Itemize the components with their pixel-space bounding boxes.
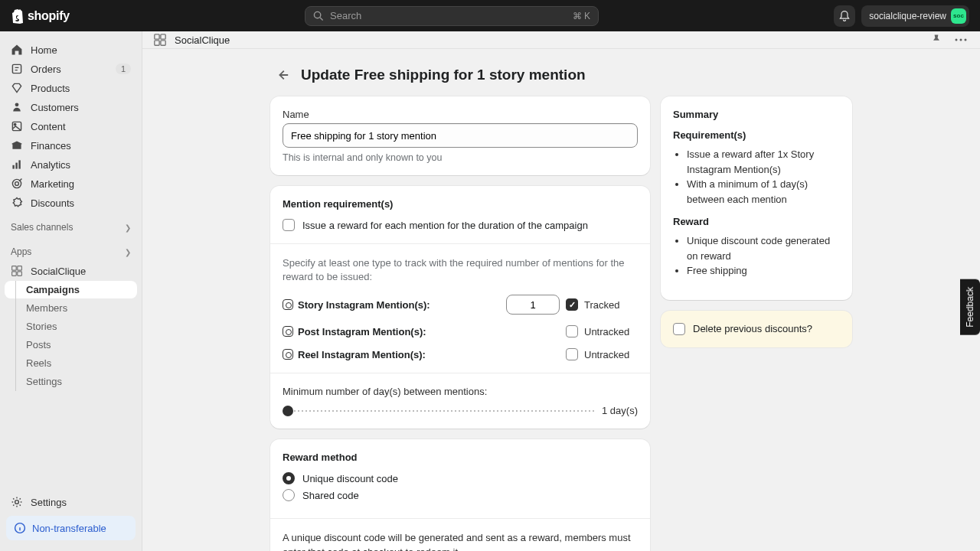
store-switcher[interactable]: socialclique-review soc (861, 5, 969, 27)
store-avatar: soc (951, 8, 966, 24)
chevron-right-icon: ❯ (125, 248, 131, 256)
radio-shared-label: Shared code (302, 490, 359, 501)
story-tracked-checkbox[interactable] (566, 298, 578, 311)
summary-req-item: Issue a reward after 1x Story Instagram … (687, 147, 840, 177)
delete-previous-label: Delete previous discounts? (693, 323, 812, 334)
nav-analytics[interactable]: Analytics (5, 155, 137, 174)
mention-req-title: Mention requirement(s) (283, 198, 638, 210)
analytics-icon (11, 158, 23, 171)
svg-rect-17 (161, 34, 165, 39)
back-button[interactable] (273, 66, 292, 84)
app-icon (153, 33, 167, 47)
page-title: Update Free shipping for 1 story mention (301, 67, 586, 83)
pin-button[interactable] (928, 31, 945, 48)
svg-point-22 (965, 39, 967, 41)
nav-orders[interactable]: Orders1 (5, 60, 137, 78)
customers-icon (11, 101, 23, 113)
nav-finances[interactable]: Finances (5, 136, 137, 155)
summary-req-title: Requirement(s) (673, 129, 840, 141)
svg-rect-5 (12, 165, 14, 169)
radio-unique-label: Unique discount code (302, 473, 398, 484)
name-input[interactable] (283, 123, 638, 148)
orders-badge: 1 (116, 64, 131, 74)
svg-rect-13 (18, 272, 22, 276)
nav-section-channels[interactable]: Sales channels❯ (5, 217, 137, 237)
more-icon (955, 38, 967, 41)
nav-products[interactable]: Products (5, 79, 137, 97)
reel-tracked-label: Untracked (584, 349, 629, 360)
nav-content[interactable]: Content (5, 117, 137, 135)
post-tracked-label: Untracked (584, 326, 629, 337)
nav-section-apps[interactable]: Apps❯ (5, 242, 137, 262)
issue-each-label: Issue a reward for each mention for the … (302, 220, 588, 231)
slider-thumb[interactable] (283, 406, 293, 416)
summary-reward-item: Free shipping (687, 263, 840, 279)
nav-sub-settings[interactable]: Settings (5, 373, 137, 390)
min-days-slider[interactable] (283, 410, 594, 412)
issue-each-checkbox[interactable] (283, 219, 295, 231)
reward-desc: A unique discount code will be generated… (283, 531, 638, 551)
main-area: SocialClique Update Free shipping for 1 … (142, 31, 980, 551)
mention-row-story: Story Instagram Mention(s): Tracked (283, 295, 638, 315)
name-label: Name (283, 109, 638, 120)
svg-rect-18 (155, 41, 159, 45)
finances-icon (11, 139, 23, 152)
radio-shared-code[interactable] (283, 489, 295, 501)
feedback-tab[interactable]: Feedback (960, 279, 980, 335)
delete-previous-card: Delete previous discounts? (661, 311, 852, 347)
story-tracked-label: Tracked (584, 299, 619, 311)
svg-rect-6 (15, 163, 17, 169)
nav-sub-stories[interactable]: Stories (5, 318, 137, 335)
search-icon (313, 11, 324, 21)
mention-requirements-card: Mention requirement(s) Issue a reward fo… (270, 186, 650, 429)
nav-sub-campaigns[interactable]: Campaigns (5, 281, 137, 298)
nav-home[interactable]: Home (5, 41, 137, 59)
chevron-right-icon: ❯ (125, 223, 131, 232)
nav-settings[interactable]: Settings (5, 493, 137, 511)
svg-rect-11 (18, 266, 22, 271)
name-help: This is internal and only known to you (283, 152, 638, 163)
nav-discounts[interactable]: Discounts (5, 194, 137, 212)
reward-method-card: Reward method Unique discount code Share… (270, 439, 650, 551)
marketing-icon (11, 178, 23, 190)
summary-reward-item: Unique discount code generated on reward (687, 233, 840, 263)
mention-row-reel: Reel Instagram Mention(s): Untracked (283, 348, 638, 360)
products-icon (11, 82, 23, 94)
nav-sub-members[interactable]: Members (5, 299, 137, 317)
instagram-icon (283, 299, 293, 310)
logo-text: shopify (28, 9, 70, 23)
summary-title: Summary (673, 109, 840, 120)
summary-reward-title: Reward (673, 216, 840, 227)
svg-point-20 (956, 39, 958, 41)
svg-rect-10 (12, 266, 17, 271)
nav-customers[interactable]: Customers (5, 98, 137, 116)
svg-rect-1 (12, 64, 21, 73)
topbar: shopify Search ⌘ K socialclique-review s… (0, 0, 980, 31)
svg-point-14 (15, 500, 19, 504)
nav-sub-posts[interactable]: Posts (5, 336, 137, 354)
svg-point-2 (15, 103, 19, 106)
reel-tracked-checkbox[interactable] (566, 348, 578, 360)
story-count-input[interactable] (506, 295, 560, 315)
post-tracked-checkbox[interactable] (566, 325, 578, 337)
radio-unique-code[interactable] (283, 472, 295, 484)
more-button[interactable] (952, 31, 969, 48)
bell-icon (838, 10, 851, 22)
nav-app-socialclique[interactable]: SocialClique (5, 262, 137, 280)
reward-method-title: Reward method (283, 452, 638, 463)
non-transferable-banner[interactable]: Non-transferable (6, 516, 136, 540)
shopify-logo[interactable]: shopify (11, 8, 70, 24)
mention-row-post: Post Instagram Mention(s): Untracked (283, 325, 638, 337)
nav-sub-reels[interactable]: Reels (5, 354, 137, 372)
search-shortcut: ⌘ K (573, 11, 590, 21)
instagram-icon (283, 349, 293, 360)
name-card: Name This is internal and only known to … (270, 96, 650, 175)
svg-point-0 (314, 11, 320, 18)
search-placeholder: Search (330, 10, 361, 21)
search-input[interactable]: Search ⌘ K (305, 6, 599, 26)
notifications-button[interactable] (834, 5, 855, 27)
nav-marketing[interactable]: Marketing (5, 174, 137, 193)
delete-previous-checkbox[interactable] (673, 323, 685, 335)
min-days-label: Minimum number of day(s) between mention… (283, 386, 638, 397)
pin-icon (930, 34, 942, 46)
